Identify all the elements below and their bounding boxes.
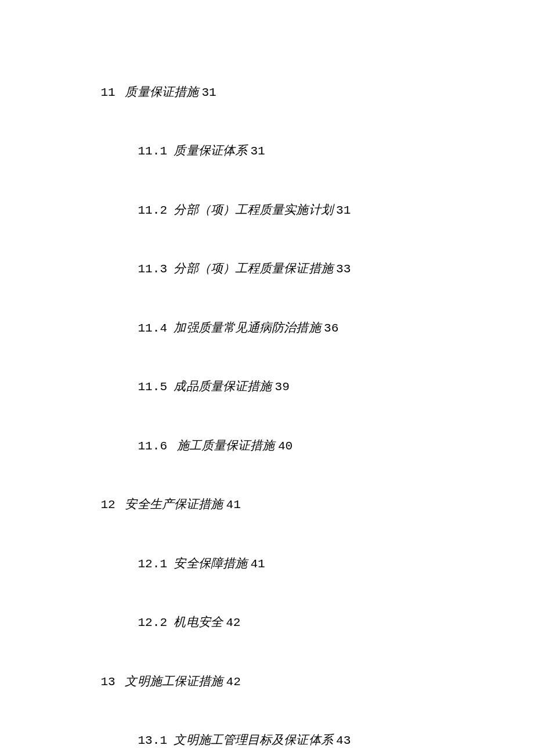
subsection-page: 41 (250, 557, 265, 571)
toc-subsection: 11.6 施工质量保证措施 40 (88, 416, 534, 476)
subsection-number: 11.2 (138, 201, 174, 221)
subsection-page: 42 (226, 616, 240, 629)
toc-subsection: 11.5成品质量保证措施 39 (88, 358, 534, 417)
toc-subsection: 11.2分部（项）工程质量实施计划 31 (88, 181, 534, 240)
subsection-number: 11.4 (138, 319, 174, 339)
toc-subsection: 11.3分部（项）工程质量保证措施 33 (88, 240, 534, 299)
subsection-page: 31 (250, 145, 265, 158)
subsection-page: 31 (336, 204, 351, 217)
subsection-number: 12.1 (138, 555, 174, 574)
subsection-title: 成品质量保证措施 (174, 379, 272, 393)
section-number: 13 (100, 672, 125, 692)
subsection-number: 13.1 (138, 731, 174, 751)
section-page: 31 (201, 86, 216, 99)
toc-subsection: 12.1安全保障措施 41 (88, 534, 534, 593)
subsection-number: 11.1 (138, 142, 174, 161)
toc-subsection: 13.1文明施工管理目标及保证体系 43 (88, 711, 534, 757)
subsection-title: 分部（项）工程质量保证措施 (174, 261, 333, 275)
subsection-title: 机电安全 (174, 615, 222, 629)
subsection-title: 分部（项）工程质量实施计划 (174, 203, 333, 217)
toc-section: 11质量保证措施 31 (88, 63, 534, 122)
subsection-page: 40 (278, 440, 293, 453)
section-number: 11 (100, 83, 125, 103)
subsection-number: 11.5 (138, 377, 174, 397)
subsection-title: 安全保障措施 (174, 556, 247, 570)
toc-subsection: 11.4加强质量常见通病防治措施 36 (88, 298, 534, 358)
section-number: 12 (100, 495, 125, 515)
subsection-number: 11.6 (138, 437, 174, 456)
subsection-number: 12.2 (138, 613, 174, 633)
subsection-title: 质量保证体系 (174, 143, 247, 157)
document-page: 11质量保证措施 31 11.1质量保证体系 31 11.2分部（项）工程质量实… (0, 0, 534, 756)
subsection-title: 施工质量保证措施 (174, 438, 275, 452)
subsection-title: 加强质量常见通病防治措施 (174, 321, 320, 334)
subsection-page: 33 (336, 262, 351, 276)
toc-section: 12安全生产保证措施 41 (88, 476, 534, 535)
toc-section: 13文明施工保证措施 42 (88, 652, 534, 711)
subsection-page: 43 (336, 734, 351, 747)
section-page: 42 (226, 675, 241, 689)
subsection-title: 文明施工管理目标及保证体系 (174, 733, 333, 747)
subsection-page: 36 (324, 322, 338, 335)
section-title: 安全生产保证措施 (125, 497, 223, 511)
toc-subsection: 11.1质量保证体系 31 (88, 122, 534, 181)
subsection-page: 39 (275, 380, 290, 394)
section-title: 质量保证措施 (125, 85, 199, 99)
section-page: 41 (226, 498, 241, 512)
subsection-number: 11.3 (138, 260, 174, 279)
section-title: 文明施工保证措施 (125, 674, 223, 688)
toc-subsection: 12.2机电安全 42 (88, 593, 534, 653)
